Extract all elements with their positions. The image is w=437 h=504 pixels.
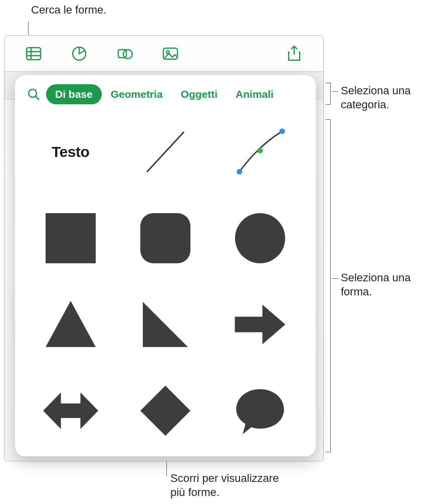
arrow-right-icon [233, 297, 288, 352]
chart-icon [70, 45, 88, 63]
table-button[interactable] [19, 42, 49, 66]
speech-bubble-shape[interactable] [223, 377, 298, 444]
tab-animals[interactable]: Animali [227, 84, 283, 104]
shapes-button[interactable] [110, 42, 140, 66]
share-icon [285, 45, 303, 63]
triangle-shape[interactable] [33, 291, 108, 358]
square-shape[interactable] [33, 205, 108, 272]
tab-basic[interactable]: Di base [46, 84, 102, 104]
bracket-category [326, 83, 331, 105]
category-tabbar: Di base Geometria Oggetti Animali [46, 84, 306, 104]
arrow-right-shape[interactable] [223, 291, 298, 358]
svg-rect-16 [140, 213, 190, 263]
line-icon [138, 124, 193, 180]
svg-line-11 [147, 132, 184, 172]
arrow-bidir-icon [43, 383, 98, 438]
callout-category: Seleziona una categoria. [341, 84, 410, 111]
toolbar [5, 36, 323, 72]
callout-shape: Seleziona una forma. [341, 271, 410, 298]
share-button[interactable] [279, 42, 309, 66]
svg-marker-21 [43, 393, 98, 429]
svg-marker-20 [235, 305, 286, 345]
shapes-icon [116, 45, 134, 63]
search-button[interactable] [25, 86, 42, 103]
triangle-icon [43, 297, 98, 352]
tab-objects[interactable]: Oggetti [172, 84, 227, 104]
svg-point-6 [123, 50, 132, 59]
diamond-icon [138, 383, 193, 438]
callout-scroll: Scorri per visualizzare più forme. [170, 471, 279, 499]
svg-rect-0 [27, 48, 41, 60]
svg-point-9 [29, 89, 37, 97]
callout-line [332, 91, 338, 92]
svg-point-17 [235, 213, 285, 263]
curve-icon [233, 124, 288, 180]
circle-icon [233, 211, 288, 266]
square-icon [43, 211, 98, 266]
text-shape[interactable]: Testo [33, 118, 108, 186]
right-triangle-shape[interactable] [128, 291, 202, 358]
diamond-shape[interactable] [128, 377, 202, 444]
svg-point-13 [258, 148, 263, 153]
text-shape-label: Testo [52, 143, 89, 160]
callout-line [332, 278, 338, 279]
media-button[interactable] [155, 42, 185, 66]
rounded-square-shape[interactable] [128, 205, 202, 272]
arrow-bidir-shape[interactable] [33, 377, 108, 444]
rounded-square-icon [138, 211, 193, 266]
popover-header: Di base Geometria Oggetti Animali [15, 75, 316, 113]
svg-marker-22 [140, 386, 190, 436]
callout-search: Cerca le forme. [31, 3, 106, 17]
chart-button[interactable] [64, 42, 94, 66]
svg-point-12 [237, 169, 243, 175]
tab-geometry[interactable]: Geometria [102, 84, 172, 104]
line-shape[interactable] [128, 118, 202, 186]
svg-line-10 [36, 96, 39, 100]
shape-grid[interactable]: Testo [15, 113, 316, 456]
search-icon [27, 87, 41, 101]
media-icon [161, 45, 179, 63]
svg-marker-18 [46, 301, 96, 347]
svg-rect-15 [46, 213, 96, 263]
table-icon [25, 45, 43, 63]
svg-marker-19 [143, 302, 188, 347]
shapes-popover: Di base Geometria Oggetti Animali Testo [15, 75, 316, 456]
bracket-shape [326, 119, 331, 452]
speech-bubble-icon [233, 383, 288, 438]
right-triangle-icon [138, 297, 193, 352]
circle-shape[interactable] [223, 205, 298, 272]
curve-shape[interactable] [223, 118, 298, 186]
svg-point-14 [280, 128, 285, 134]
